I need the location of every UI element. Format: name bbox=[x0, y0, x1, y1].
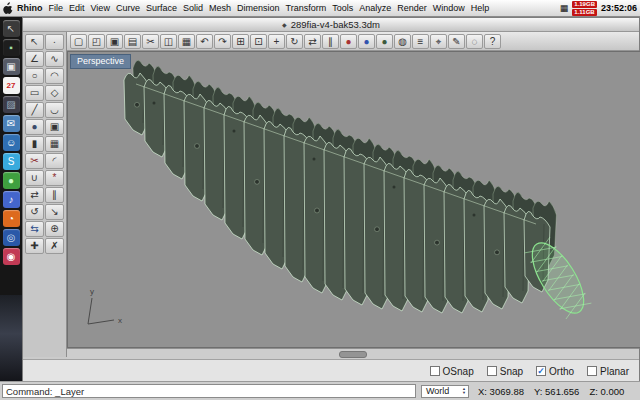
properties-icon[interactable]: ✎ bbox=[448, 34, 465, 49]
menu-file[interactable]: File bbox=[46, 3, 67, 13]
dock-icon-terminal[interactable]: ▪ bbox=[3, 39, 20, 56]
osnap-toggle-icon[interactable]: ⌖ bbox=[430, 34, 447, 49]
memory-used-badge: 1.19GB bbox=[572, 1, 597, 8]
dock-icon-photos[interactable]: ▨ bbox=[3, 96, 20, 113]
memory-meter: 1.19GB 1.11GB bbox=[572, 1, 597, 16]
apple-menu-icon[interactable] bbox=[0, 1, 16, 16]
layers-icon[interactable]: ≡ bbox=[412, 34, 429, 49]
menu-analyze[interactable]: Analyze bbox=[356, 3, 394, 13]
dock-icon-network[interactable]: ◎ bbox=[3, 229, 20, 246]
cplane-dropdown[interactable]: World ▲▼ bbox=[421, 385, 469, 398]
menu-tools[interactable]: Tools bbox=[329, 3, 356, 13]
checkbox-snap[interactable]: Snap bbox=[487, 366, 523, 377]
copy-icon[interactable]: ◫ bbox=[160, 34, 177, 49]
menu-extra-icon[interactable]: ▦ bbox=[560, 3, 569, 13]
dock-icon-mail[interactable]: ✉ bbox=[3, 115, 20, 132]
rectangle-icon[interactable]: ▭ bbox=[25, 85, 44, 101]
explode-icon[interactable]: * bbox=[45, 170, 64, 186]
box-icon[interactable]: ▣ bbox=[45, 119, 64, 135]
copy-object-icon[interactable]: ∥ bbox=[322, 34, 339, 49]
zoom-tool-icon[interactable]: ⊕ bbox=[45, 221, 64, 237]
surface-icon[interactable]: ▦ bbox=[45, 136, 64, 152]
menu-edit[interactable]: Edit bbox=[66, 3, 88, 13]
dock-icon-music[interactable]: ◉ bbox=[3, 248, 20, 265]
arc-icon[interactable]: ◠ bbox=[45, 68, 64, 84]
menu-clock[interactable]: 23:52:06 bbox=[601, 3, 637, 13]
open-file-icon[interactable]: ◰ bbox=[88, 34, 105, 49]
extrude-icon[interactable]: ▮ bbox=[25, 136, 44, 152]
dock-icon-system-prefs[interactable]: ▣ bbox=[3, 58, 20, 75]
checkbox-osnap[interactable]: OSnap bbox=[430, 366, 474, 377]
dropdown-arrows-icon: ▲▼ bbox=[462, 387, 466, 395]
command-input[interactable]: Command: _Layer bbox=[2, 384, 416, 398]
dock-icon-ichat[interactable]: ● bbox=[3, 172, 20, 189]
scale-tool-icon[interactable]: ↘ bbox=[45, 204, 64, 220]
move-tool-icon[interactable]: ⇄ bbox=[25, 187, 44, 203]
help-icon[interactable]: ? bbox=[484, 34, 501, 49]
checkbox-ortho[interactable]: ✓Ortho bbox=[536, 366, 574, 377]
cut-icon[interactable]: ✂ bbox=[142, 34, 159, 49]
coord-y: Y: 561.656 bbox=[534, 386, 579, 397]
rotate-view-icon[interactable]: ↻ bbox=[286, 34, 303, 49]
render-icon[interactable]: ● bbox=[340, 34, 357, 49]
menu-mesh[interactable]: Mesh bbox=[206, 3, 234, 13]
dock-icon-firefox[interactable]: ◔ bbox=[3, 210, 20, 227]
freeform-icon[interactable]: ◡ bbox=[45, 102, 64, 118]
sphere-icon[interactable]: ● bbox=[25, 119, 44, 135]
hide-object-icon[interactable]: ◌ bbox=[466, 34, 483, 49]
dock-icon-skype[interactable]: S bbox=[3, 153, 20, 170]
curve-icon[interactable]: ∿ bbox=[45, 51, 64, 67]
fillet-icon[interactable]: ◜ bbox=[45, 153, 64, 169]
pan-icon[interactable]: + bbox=[268, 34, 285, 49]
horizontal-scrollbar[interactable] bbox=[67, 348, 639, 359]
render-preview-icon[interactable]: ● bbox=[358, 34, 375, 49]
viewport-tab-perspective[interactable]: Perspective bbox=[70, 54, 131, 69]
perspective-viewport[interactable]: Perspective xy bbox=[67, 51, 640, 348]
redo-icon[interactable]: ↷ bbox=[214, 34, 231, 49]
checkbox-planar[interactable]: Planar bbox=[587, 366, 629, 377]
print-icon[interactable]: ▤ bbox=[124, 34, 141, 49]
trim-icon[interactable]: ✂ bbox=[25, 153, 44, 169]
rotate-tool-icon[interactable]: ↺ bbox=[25, 204, 44, 220]
polyline-icon[interactable]: ∠ bbox=[25, 51, 44, 67]
pan-tool-icon[interactable]: ✚ bbox=[25, 238, 44, 254]
delete-tool-icon[interactable]: ✗ bbox=[45, 238, 64, 254]
coordinate-readout: X: 3069.88 Y: 561.656 Z: 0.000 bbox=[474, 386, 624, 397]
menu-rhino[interactable]: Rhino bbox=[16, 3, 46, 13]
dock-icon-cursor[interactable]: ↖ bbox=[3, 20, 20, 37]
shaded-view-icon[interactable]: ● bbox=[376, 34, 393, 49]
polygon-icon[interactable]: ◇ bbox=[45, 85, 64, 101]
rib-model-3d[interactable]: xy bbox=[68, 52, 640, 348]
undo-icon[interactable]: ↶ bbox=[196, 34, 213, 49]
paste-icon[interactable]: ▦ bbox=[178, 34, 195, 49]
circle-icon[interactable]: ○ bbox=[25, 68, 44, 84]
dock: ↖▪▣27▨✉☺S●♪◔◎◉ bbox=[0, 17, 22, 381]
dock-icon-calendar[interactable]: 27 bbox=[3, 77, 20, 94]
menu-solid[interactable]: Solid bbox=[180, 3, 206, 13]
menu-transform[interactable]: Transform bbox=[283, 3, 330, 13]
menu-window[interactable]: Window bbox=[430, 3, 468, 13]
move-icon[interactable]: ⇄ bbox=[304, 34, 321, 49]
point-icon[interactable]: ∙ bbox=[45, 34, 64, 50]
menu-surface[interactable]: Surface bbox=[143, 3, 180, 13]
mirror-tool-icon[interactable]: ⇆ bbox=[25, 221, 44, 237]
copy-tool-icon[interactable]: ∥ bbox=[45, 187, 64, 203]
dock-icon-finder[interactable]: ☺ bbox=[3, 134, 20, 151]
line-icon[interactable]: ╱ bbox=[25, 102, 44, 118]
zoom-extents-icon[interactable]: ⊡ bbox=[250, 34, 267, 49]
new-file-icon[interactable]: ▢ bbox=[70, 34, 87, 49]
scrollbar-thumb[interactable] bbox=[339, 351, 367, 358]
select-arrow-icon[interactable]: ↖ bbox=[25, 34, 44, 50]
wireframe-view-icon[interactable]: ◍ bbox=[394, 34, 411, 49]
menu-help[interactable]: Help bbox=[468, 3, 493, 13]
zoom-window-icon[interactable]: ⊞ bbox=[232, 34, 249, 49]
dock-icon-itunes[interactable]: ♪ bbox=[3, 191, 20, 208]
window-titlebar[interactable]: ◆ 289fia-v4-bak53.3dm bbox=[23, 18, 639, 32]
menu-view[interactable]: View bbox=[88, 3, 113, 13]
join-icon[interactable]: ∪ bbox=[25, 170, 44, 186]
save-icon[interactable]: ▣ bbox=[106, 34, 123, 49]
menu-dimension[interactable]: Dimension bbox=[234, 3, 283, 13]
menu-curve[interactable]: Curve bbox=[113, 3, 143, 13]
menu-render[interactable]: Render bbox=[394, 3, 430, 13]
memory-free-badge: 1.11GB bbox=[572, 9, 597, 16]
